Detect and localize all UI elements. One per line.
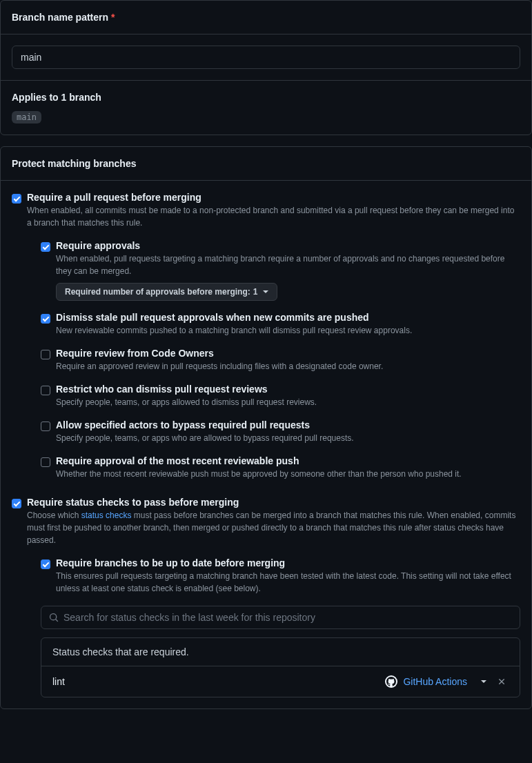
require-approvals-option: Require approvals When enabled, pull req… (41, 240, 520, 301)
status-checks-link[interactable]: status checks (81, 511, 132, 520)
applies-title: Applies to 1 branch (12, 92, 520, 103)
bypass-actors-desc: Specify people, teams, or apps who are a… (56, 432, 520, 444)
status-checks-option: Require status checks to pass before mer… (12, 497, 520, 697)
require-pr-label: Require a pull request before merging (27, 192, 520, 203)
search-icon (49, 613, 59, 622)
recent-push-option: Require approval of the most recent revi… (41, 455, 520, 480)
caret-down-icon (481, 680, 486, 683)
caret-down-icon (263, 290, 268, 293)
require-approvals-desc: When enabled, pull requests targeting a … (56, 252, 520, 277)
require-approvals-label: Require approvals (56, 240, 520, 251)
code-owners-checkbox[interactable] (41, 350, 50, 359)
bypass-actors-checkbox[interactable] (41, 422, 50, 431)
branch-pattern-label: Branch name pattern (12, 12, 108, 23)
code-owners-label: Require review from Code Owners (56, 348, 520, 359)
bypass-actors-label: Allow specified actors to bypass require… (56, 419, 520, 430)
recent-push-checkbox[interactable] (41, 457, 50, 467)
require-pr-option: Require a pull request before merging Wh… (12, 192, 520, 480)
required-checks-box: Status checks that are required. lint Gi… (41, 637, 520, 697)
branch-pattern-body (1, 34, 531, 80)
branch-pattern-header: Branch name pattern* (1, 1, 531, 34)
branch-chip: main (12, 111, 41, 123)
bypass-actors-option: Allow specified actors to bypass require… (41, 419, 520, 444)
require-pr-checkbox[interactable] (12, 194, 21, 204)
github-logo-icon (385, 675, 397, 688)
restrict-dismiss-option: Restrict who can dismiss pull request re… (41, 384, 520, 408)
dismiss-stale-option: Dismiss stale pull request approvals whe… (41, 312, 520, 337)
protect-header: Protect matching branches (1, 147, 531, 181)
up-to-date-checkbox[interactable] (41, 559, 50, 569)
branch-pattern-panel: Branch name pattern* Applies to 1 branch… (0, 0, 532, 135)
status-checks-label: Require status checks to pass before mer… (27, 497, 520, 508)
source-dropdown-button[interactable] (475, 675, 489, 688)
code-owners-desc: Require an approved review in pull reque… (56, 360, 520, 373)
restrict-dismiss-checkbox[interactable] (41, 386, 50, 395)
up-to-date-desc: This ensures pull requests targeting a m… (56, 570, 520, 595)
required-checks-header: Status checks that are required. (41, 638, 520, 666)
required-check-row: lint GitHub Actions (41, 666, 520, 697)
approvals-dropdown-value: 1 (253, 287, 258, 297)
recent-push-label: Require approval of the most recent revi… (56, 455, 520, 466)
dismiss-stale-checkbox[interactable] (41, 314, 50, 324)
status-search-wrap (41, 606, 520, 629)
require-pr-nested: Require approvals When enabled, pull req… (41, 240, 520, 480)
approvals-count-dropdown[interactable]: Required number of approvals before merg… (56, 283, 277, 301)
status-search-input[interactable] (41, 606, 520, 629)
remove-check-button[interactable] (495, 675, 509, 688)
required-star-icon: * (111, 12, 115, 23)
require-approvals-checkbox[interactable] (41, 242, 50, 252)
approvals-dropdown-prefix: Required number of approvals before merg… (65, 287, 250, 297)
protect-body: Require a pull request before merging Wh… (1, 181, 531, 708)
status-checks-checkbox[interactable] (12, 499, 21, 508)
up-to-date-option: Require branches to be up to date before… (41, 557, 520, 595)
required-check-name: lint (52, 676, 380, 687)
dismiss-stale-desc: New reviewable commits pushed to a match… (56, 324, 520, 337)
close-icon (497, 677, 506, 686)
restrict-dismiss-label: Restrict who can dismiss pull request re… (56, 384, 520, 395)
dismiss-stale-label: Dismiss stale pull request approvals whe… (56, 312, 520, 323)
required-check-source[interactable]: GitHub Actions (403, 676, 467, 687)
branch-pattern-input[interactable] (12, 46, 520, 69)
up-to-date-label: Require branches to be up to date before… (56, 557, 520, 568)
applies-section: Applies to 1 branch main (1, 80, 531, 135)
require-pr-desc: When enabled, all commits must be made t… (27, 204, 520, 229)
status-checks-desc: Choose which status checks must pass bef… (27, 509, 520, 546)
status-checks-nested: Require branches to be up to date before… (41, 557, 520, 697)
recent-push-desc: Whether the most recent reviewable push … (56, 468, 520, 480)
code-owners-option: Require review from Code Owners Require … (41, 348, 520, 373)
protect-panel: Protect matching branches Require a pull… (0, 146, 532, 709)
restrict-dismiss-desc: Specify people, teams, or apps allowed t… (56, 396, 520, 408)
